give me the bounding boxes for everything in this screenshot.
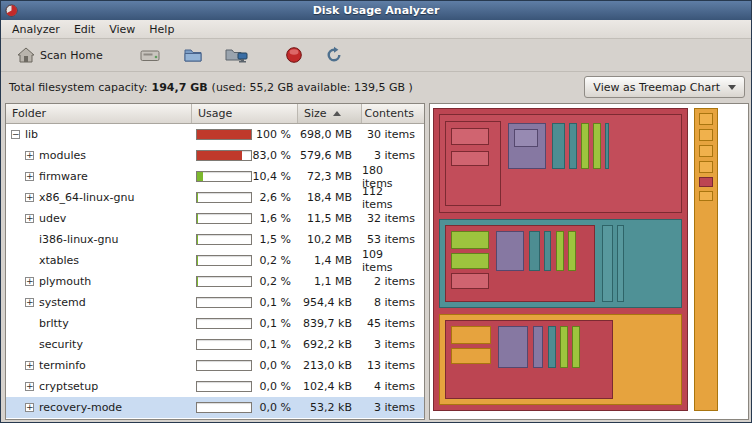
treemap-rect[interactable] — [451, 326, 491, 344]
table-header: Folder Usage Size Contents — [6, 104, 424, 124]
expander-closed-icon[interactable]: + — [25, 277, 34, 286]
refresh-icon — [325, 46, 343, 64]
table-row[interactable]: security0,1 %692,2 kB3 items — [6, 334, 424, 355]
menu-analyzer[interactable]: Analyzer — [5, 21, 67, 38]
scan-home-button[interactable]: Scan Home — [9, 43, 111, 67]
treemap-rect[interactable] — [451, 231, 489, 249]
folder-table-body: −lib100 %698,0 MB30 items+modules83,0 %5… — [6, 124, 424, 418]
table-row[interactable]: +recovery-mode0,0 %53,2 kB3 items — [6, 397, 424, 418]
expander-closed-icon[interactable]: + — [25, 172, 34, 181]
column-header-contents[interactable]: Contents — [362, 104, 420, 123]
treemap-rect[interactable] — [602, 225, 613, 302]
treemap-rect[interactable] — [617, 225, 624, 302]
folder-name: recovery-mode — [39, 401, 122, 414]
chevron-down-icon — [728, 85, 736, 90]
treemap-rect[interactable] — [451, 253, 489, 269]
treemap-rect[interactable] — [605, 123, 609, 169]
expander-open-icon[interactable]: − — [11, 130, 20, 139]
menu-edit[interactable]: Edit — [67, 21, 102, 38]
size-value: 698,0 MB — [298, 124, 362, 145]
folder-name: brltty — [39, 317, 69, 330]
menu-view[interactable]: View — [102, 21, 142, 38]
folder-name: udev — [39, 212, 66, 225]
usage-bar — [196, 402, 252, 413]
folder-name: security — [39, 338, 83, 351]
expander-closed-icon[interactable]: + — [25, 151, 34, 160]
treemap-rect[interactable] — [699, 129, 713, 141]
scan-filesystem-button[interactable] — [131, 43, 169, 68]
table-row[interactable]: +udev1,6 %11,5 MB32 items — [6, 208, 424, 229]
sort-ascending-icon — [333, 111, 341, 116]
treemap-rect[interactable] — [572, 326, 580, 368]
size-value: 954,4 kB — [298, 292, 362, 313]
size-value: 53,2 kB — [298, 397, 362, 418]
treemap-rect[interactable] — [699, 177, 713, 187]
column-header-usage[interactable]: Usage — [192, 104, 298, 123]
treemap-rect[interactable] — [548, 326, 556, 368]
table-row[interactable]: −lib100 %698,0 MB30 items — [6, 124, 424, 145]
treemap-panel[interactable] — [429, 103, 749, 420]
expander-closed-icon[interactable]: + — [25, 382, 34, 391]
expander-closed-icon[interactable]: + — [25, 403, 34, 412]
scan-folder-button[interactable] — [175, 43, 211, 67]
contents-value: 8 items — [362, 292, 420, 313]
folder-name: xtables — [39, 254, 79, 267]
column-header-size[interactable]: Size — [298, 104, 362, 123]
folder-name: terminfo — [39, 359, 86, 372]
treemap-rect[interactable] — [496, 231, 524, 271]
usage-percent: 0,0 % — [252, 380, 298, 393]
size-value: 10,2 MB — [298, 229, 362, 250]
size-value: 11,5 MB — [298, 208, 362, 229]
treemap-rect[interactable] — [560, 326, 568, 368]
scan-remote-folder-button[interactable] — [217, 43, 257, 68]
usage-bar — [196, 234, 252, 245]
treemap-rect[interactable] — [593, 123, 601, 169]
usage-bar — [196, 150, 252, 161]
expander-closed-icon[interactable]: + — [25, 298, 34, 307]
treemap-rect[interactable] — [533, 326, 543, 368]
hard-drive-icon — [139, 47, 161, 64]
stop-button[interactable] — [277, 42, 311, 68]
table-row[interactable]: +x86_64-linux-gnu2,6 %18,4 MB112 items — [6, 187, 424, 208]
treemap-rect[interactable] — [451, 151, 489, 166]
treemap-rect[interactable] — [552, 123, 565, 169]
treemap-rect[interactable] — [699, 145, 713, 157]
usage-percent: 0,0 % — [252, 401, 298, 414]
treemap-rect[interactable] — [451, 348, 491, 364]
treemap-rect[interactable] — [451, 273, 489, 289]
table-row[interactable]: brltty0,1 %839,7 kB45 items — [6, 313, 424, 334]
treemap-rect[interactable] — [699, 161, 713, 173]
column-header-folder[interactable]: Folder — [6, 104, 192, 123]
table-row[interactable]: +plymouth0,2 %1,1 MB2 items — [6, 271, 424, 292]
usage-bar — [196, 360, 252, 371]
treemap-rect[interactable] — [581, 123, 589, 169]
table-row[interactable]: +cryptsetup0,0 %102,4 kB4 items — [6, 376, 424, 397]
usage-bar — [196, 192, 252, 203]
titlebar[interactable]: Disk Usage Analyzer — [1, 1, 751, 20]
treemap-rect[interactable] — [514, 129, 538, 147]
usage-percent: 0,2 % — [252, 275, 298, 288]
treemap-rect[interactable] — [568, 231, 576, 271]
treemap-rect[interactable] — [699, 191, 713, 201]
expander-closed-icon[interactable]: + — [25, 193, 34, 202]
treemap-rect[interactable] — [544, 231, 551, 271]
table-row[interactable]: +terminfo0,0 %213,0 kB13 items — [6, 355, 424, 376]
treemap-rect[interactable] — [699, 113, 713, 125]
treemap-rect[interactable] — [529, 231, 540, 271]
size-value: 1,4 MB — [298, 250, 362, 271]
expander-closed-icon[interactable]: + — [25, 214, 34, 223]
folder-name: firmware — [39, 170, 88, 183]
menu-help[interactable]: Help — [142, 21, 181, 38]
expander-closed-icon[interactable]: + — [25, 361, 34, 370]
view-as-select[interactable]: View as Treemap Chart — [584, 76, 745, 98]
folder-name: lib — [25, 128, 38, 141]
table-row[interactable]: +systemd0,1 %954,4 kB8 items — [6, 292, 424, 313]
refresh-button[interactable] — [317, 42, 351, 68]
table-row[interactable]: xtables0,2 %1,4 MB109 items — [6, 250, 424, 271]
treemap-rect[interactable] — [556, 231, 564, 271]
folder-name: systemd — [39, 296, 86, 309]
treemap-rect[interactable] — [569, 123, 577, 169]
treemap-rect[interactable] — [451, 128, 489, 145]
usage-bar — [196, 339, 252, 350]
treemap-rect[interactable] — [498, 326, 528, 368]
